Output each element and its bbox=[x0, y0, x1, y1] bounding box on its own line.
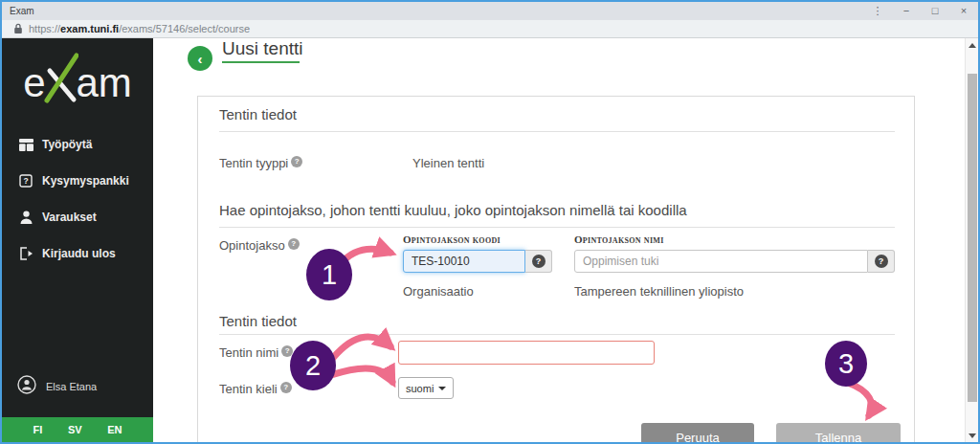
course-code-input[interactable] bbox=[403, 250, 525, 273]
url-scheme: https:// bbox=[29, 23, 60, 34]
logo-text-post: am bbox=[77, 61, 132, 105]
question-icon: ? bbox=[875, 255, 888, 268]
browser-menu-icon[interactable]: ⋮ bbox=[863, 2, 892, 20]
section-title-search-course: Hae opintojakso, johon tentti kuuluu, jo… bbox=[219, 202, 687, 218]
page-title: Uusi tentti bbox=[222, 38, 302, 59]
course-code-label: Opintojakson koodi bbox=[403, 233, 501, 245]
window-title: Exam bbox=[10, 6, 34, 16]
help-icon[interactable]: ? bbox=[291, 156, 302, 167]
exam-language-value: suomi bbox=[406, 383, 434, 394]
exam-logo: e am bbox=[2, 52, 153, 105]
title-underline bbox=[222, 61, 300, 63]
avatar-icon bbox=[17, 375, 36, 398]
logout-icon bbox=[18, 247, 33, 260]
help-icon[interactable]: ? bbox=[280, 382, 292, 393]
sidebar-item-label: Kysymyspankki bbox=[42, 174, 129, 188]
exam-form-card: Tentin tiedot Tentin tyyppi? Yleinen ten… bbox=[197, 96, 915, 442]
sidebar: e am Työpöytä ? Kysym bbox=[2, 38, 153, 442]
user-icon bbox=[18, 211, 33, 224]
sidebar-item-label: Työpöytä bbox=[42, 138, 92, 151]
scrollbar[interactable] bbox=[965, 38, 978, 442]
sidebar-nav: Työpöytä ? Kysymyspankki Varaukset bbox=[2, 132, 153, 278]
chevron-down-icon bbox=[438, 387, 446, 390]
main-content: ‹ Uusi tentti Tentin tiedot Tentin tyypp… bbox=[153, 38, 978, 442]
logo-check-icon bbox=[44, 52, 78, 105]
section-divider bbox=[219, 131, 895, 132]
exam-type-value: Yleinen tentti bbox=[412, 156, 484, 170]
sidebar-item-varaukset[interactable]: Varaukset bbox=[2, 205, 153, 230]
section-divider bbox=[219, 227, 895, 228]
organisation-value: Tampereen teknillinen yliopisto bbox=[574, 284, 744, 299]
back-button[interactable]: ‹ bbox=[188, 46, 212, 71]
url-host: exam.tuni.fi bbox=[60, 23, 119, 34]
lang-en[interactable]: EN bbox=[107, 424, 122, 435]
url-path: /exams/57146/select/course bbox=[119, 23, 250, 34]
exam-name-input[interactable] bbox=[398, 341, 655, 365]
sidebar-item-tyopoyta[interactable]: Työpöytä bbox=[2, 132, 153, 157]
course-name-help-button[interactable]: ? bbox=[868, 250, 895, 273]
course-name-group: ? bbox=[574, 250, 895, 273]
sidebar-item-label: Kirjaudu ulos bbox=[42, 247, 116, 260]
exam-type-label: Tentin tyyppi? bbox=[219, 156, 302, 171]
lang-sv[interactable]: SV bbox=[68, 424, 82, 435]
address-bar[interactable]: https://exam.tuni.fi/exams/57146/select/… bbox=[2, 20, 978, 38]
course-code-help-button[interactable]: ? bbox=[525, 250, 552, 273]
course-name-input[interactable] bbox=[574, 250, 868, 273]
save-button[interactable]: Tallenna bbox=[776, 423, 901, 442]
app-region: e am Työpöytä ? Kysym bbox=[2, 38, 978, 442]
section-title-exam-info-2: Tentin tiedot bbox=[219, 313, 297, 329]
close-icon[interactable]: × bbox=[949, 2, 978, 20]
question-bank-icon: ? bbox=[18, 174, 33, 188]
annotation-step-3: 3 bbox=[825, 341, 867, 387]
desktop-icon bbox=[18, 139, 33, 151]
course-label: Opintojakso? bbox=[219, 238, 300, 254]
sidebar-item-label: Varaukset bbox=[42, 211, 97, 224]
sidebar-item-kysymyspankki[interactable]: ? Kysymyspankki bbox=[2, 168, 153, 193]
lock-icon bbox=[13, 23, 23, 34]
course-code-group: ? bbox=[403, 250, 552, 273]
cancel-button[interactable]: Peruuta bbox=[641, 423, 754, 442]
minimize-icon[interactable]: − bbox=[892, 2, 921, 20]
exam-language-label: Tentin kieli? bbox=[219, 382, 292, 397]
course-name-label: Opintojakson nimi bbox=[574, 233, 664, 245]
exam-language-dropdown[interactable]: suomi bbox=[398, 377, 454, 399]
user-name: Elsa Etana bbox=[46, 381, 97, 392]
lang-fi[interactable]: FI bbox=[33, 424, 43, 435]
user-info: Elsa Etana bbox=[2, 375, 153, 398]
exam-name-label: Tentin nimi? bbox=[219, 345, 293, 361]
scrollbar-down-icon[interactable] bbox=[966, 429, 978, 442]
window-controls: ⋮ − □ × bbox=[863, 2, 978, 20]
logo-text-pre: e bbox=[23, 61, 45, 105]
section-title-exam-info: Tentin tiedot bbox=[219, 106, 297, 122]
scrollbar-up-icon[interactable] bbox=[966, 38, 978, 52]
browser-window: Exam ⋮ − □ × https://exam.tuni.fi/exams/… bbox=[0, 0, 980, 444]
annotation-step-1: 1 bbox=[306, 249, 352, 300]
maximize-icon[interactable]: □ bbox=[921, 2, 949, 20]
svg-text:?: ? bbox=[23, 176, 28, 186]
help-icon[interactable]: ? bbox=[288, 238, 300, 250]
section-divider bbox=[219, 334, 895, 335]
sidebar-item-kirjaudu-ulos[interactable]: Kirjaudu ulos bbox=[2, 241, 153, 266]
question-icon: ? bbox=[532, 255, 546, 268]
scrollbar-thumb[interactable] bbox=[968, 74, 977, 402]
language-bar: FI SV EN bbox=[2, 417, 153, 442]
back-chevron-icon: ‹ bbox=[198, 51, 203, 67]
browser-titlebar: Exam ⋮ − □ × bbox=[2, 2, 978, 20]
annotation-step-2: 2 bbox=[290, 341, 336, 390]
organisation-label: Organisaatio bbox=[403, 284, 474, 299]
